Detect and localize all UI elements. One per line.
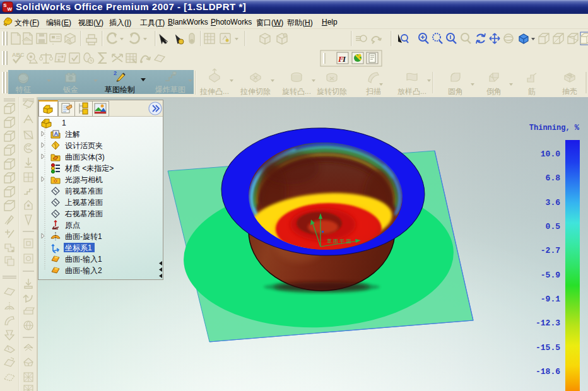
svg-text:前视基准面: 前视基准面: [65, 187, 103, 196]
svg-text:A: A: [54, 131, 59, 137]
svg-text:曲面-旋转1: 曲面-旋转1: [65, 232, 102, 241]
svg-text:I: I: [342, 54, 346, 64]
svg-text:曲面-输入1: 曲面-输入1: [65, 255, 102, 264]
svg-text:注解: 注解: [65, 130, 80, 139]
svg-text:1: 1: [62, 119, 66, 127]
svg-text:草图平面: 草图平面: [327, 238, 352, 244]
svg-text:ABC: ABC: [12, 52, 25, 58]
svg-text:光源与相机: 光源与相机: [65, 175, 103, 184]
svg-text:2: 2: [114, 70, 117, 76]
svg-text:原点: 原点: [65, 221, 80, 230]
svg-text:材质 <未指定>: 材质 <未指定>: [64, 164, 114, 173]
svg-text:曲面-输入2: 曲面-输入2: [65, 266, 102, 275]
svg-text:上视基准面: 上视基准面: [65, 198, 103, 207]
svg-text:W: W: [8, 6, 13, 12]
svg-text:右视基准面: 右视基准面: [64, 209, 103, 218]
svg-text:曲面实体(3): 曲面实体(3): [65, 153, 105, 161]
svg-text:坐标系1: 坐标系1: [64, 243, 92, 252]
svg-text:S: S: [3, 3, 7, 8]
svg-text:设计活页夹: 设计活页夹: [65, 141, 103, 150]
